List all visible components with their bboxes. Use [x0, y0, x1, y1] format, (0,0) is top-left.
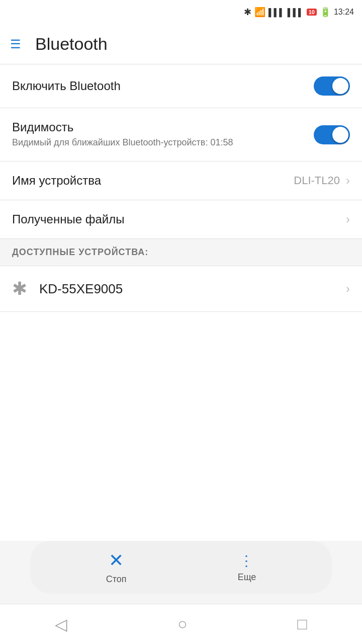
received-files-right: ›: [346, 212, 350, 226]
visibility-sublabel: Видимый для ближайших Bluetooth-устройст…: [12, 136, 233, 149]
visibility-toggle[interactable]: [314, 125, 350, 144]
device-name-value-group: DLI-TL20 ›: [294, 174, 350, 188]
device-name-row[interactable]: Имя устройства DLI-TL20 ›: [0, 162, 362, 200]
device-name-chevron-icon: ›: [346, 174, 350, 188]
device-row[interactable]: ✱ KD-55XE9005 ›: [0, 266, 362, 312]
device-name-text: KD-55XE9005: [39, 281, 346, 297]
device-name-label: Имя устройства: [12, 174, 101, 188]
stop-button[interactable]: ✕ Стоп: [106, 550, 127, 585]
available-devices-section-header: ДОСТУПНЫЕ УСТРОЙСТВА:: [0, 239, 362, 266]
received-files-chevron-icon: ›: [346, 212, 350, 226]
bluetooth-toggle-row[interactable]: Включить Bluetooth: [0, 64, 362, 108]
battery-badge: 10: [307, 9, 317, 16]
visibility-label-group: Видимость Видимый для ближайших Bluetoot…: [12, 120, 233, 149]
signal-icon-2: ▌▌▌: [288, 8, 304, 17]
stop-icon: ✕: [109, 550, 124, 571]
bluetooth-device-icon: ✱: [12, 278, 27, 299]
bluetooth-toggle[interactable]: [314, 76, 350, 96]
more-button[interactable]: ⋮ Еще: [238, 552, 256, 583]
bluetooth-label-group: Включить Bluetooth: [12, 79, 121, 93]
visibility-label: Видимость: [12, 120, 233, 134]
device-name-label-group: Имя устройства: [12, 174, 101, 188]
status-time: 13:24: [334, 8, 354, 17]
signal-icon-1: ▌▌▌: [268, 8, 285, 17]
back-nav-icon[interactable]: ◁: [55, 615, 67, 634]
home-nav-icon[interactable]: ○: [177, 615, 187, 633]
visibility-toggle-knob: [332, 127, 348, 143]
stop-label: Стоп: [106, 574, 127, 585]
more-label: Еще: [238, 572, 256, 583]
bottom-action-bar: ✕ Стоп ⋮ Еще: [30, 541, 332, 594]
device-name-value: DLI-TL20: [294, 174, 340, 187]
wifi-icon: 📶: [254, 7, 265, 18]
received-files-row[interactable]: Полученные файлы ›: [0, 200, 362, 239]
battery-icon: 🔋: [320, 7, 331, 18]
received-files-label: Полученные файлы: [12, 212, 124, 226]
status-icons: ✱ 📶 ▌▌▌ ▌▌▌ 10 🔋 13:24: [244, 7, 354, 18]
recents-nav-icon[interactable]: □: [297, 615, 307, 633]
status-bar: ✱ 📶 ▌▌▌ ▌▌▌ 10 🔋 13:24: [0, 0, 362, 24]
visibility-toggle-group: [314, 125, 350, 144]
device-chevron-icon: ›: [346, 282, 350, 296]
toolbar: ☰ Bluetooth: [0, 24, 362, 64]
more-icon: ⋮: [239, 552, 254, 569]
bluetooth-label: Включить Bluetooth: [12, 79, 121, 93]
page-title: Bluetooth: [35, 34, 108, 54]
settings-content: Включить Bluetooth Видимость Видимый для…: [0, 64, 362, 427]
bluetooth-status-icon: ✱: [244, 7, 251, 18]
content-spacer: [0, 427, 362, 541]
bluetooth-toggle-knob: [332, 78, 348, 94]
hamburger-menu-icon[interactable]: ☰: [10, 37, 21, 51]
received-files-label-group: Полученные файлы: [12, 212, 124, 226]
bluetooth-toggle-group: [314, 76, 350, 96]
available-devices-title: ДОСТУПНЫЕ УСТРОЙСТВА:: [12, 247, 148, 257]
visibility-toggle-row[interactable]: Видимость Видимый для ближайших Bluetoot…: [0, 108, 362, 162]
navigation-bar: ◁ ○ □: [0, 604, 362, 644]
